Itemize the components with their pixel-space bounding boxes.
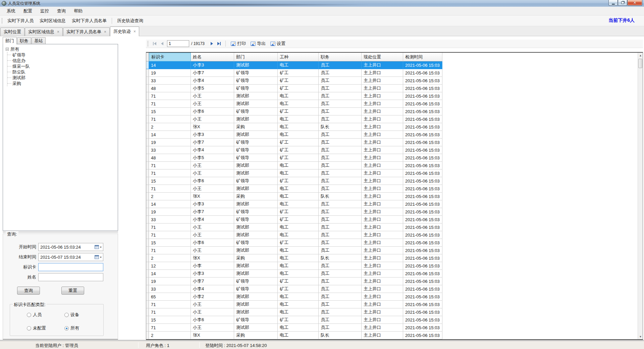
table-row[interactable]: 71小王测试部电工员工主上井口2021-05-06 15:03: [146, 100, 643, 108]
table-row[interactable]: 71小王测试部电工员工主上井口2021-05-06 15:03: [146, 324, 643, 332]
end-time-picker[interactable]: 2021-05-07 15:03:24 ▼: [38, 253, 103, 261]
table-row[interactable]: 48小李5矿领导矿工员工主上井口2021-05-06 15:03: [146, 154, 643, 162]
tab-realtime-miner-list[interactable]: 实时下井人员名单 ×: [63, 28, 110, 36]
tree-node-child[interactable]: 矿领导: [7, 52, 118, 58]
table-row[interactable]: 33小李4矿领导矿工员工主上井口2021-05-06 15:03: [146, 285, 643, 293]
tree-node-all[interactable]: 所有: [6, 46, 118, 52]
menu-item-monitor[interactable]: 监控: [36, 7, 53, 15]
table-row[interactable]: 71小王测试部电工员工主上井口2021-05-06 15:03: [146, 231, 643, 239]
column-header[interactable]: 职务: [319, 53, 362, 61]
table-row[interactable]: 19小李7矿领导矿工员工主上井口2021-05-06 15:03: [146, 69, 643, 77]
settings-button[interactable]: 设置: [268, 40, 288, 47]
next-page-button[interactable]: [208, 40, 215, 47]
maximize-button[interactable]: [618, 0, 627, 6]
column-header[interactable]: 标识卡: [149, 53, 191, 61]
table-row[interactable]: 12小李测试部电工员工主上井口2021-05-06 15:03: [146, 262, 643, 270]
table-row[interactable]: 14小李3测试部电工员工主上井口2021-05-06 15:03: [146, 270, 643, 278]
table-row[interactable]: 19小李7矿领导矿工员工主上井口2021-05-06 15:03: [146, 208, 643, 216]
tree-node-child[interactable]: 测试部: [7, 75, 118, 81]
calendar-icon[interactable]: [95, 255, 99, 259]
scrollbar-thumb[interactable]: [638, 59, 642, 68]
dropdown-arrow-icon[interactable]: ▼: [100, 246, 102, 248]
menu-item-query[interactable]: 查询: [53, 7, 70, 15]
table-row[interactable]: 71小王测试部电工员工主上井口2021-05-06 15:03: [146, 115, 643, 123]
tab-history-track[interactable]: 历史轨迹 ×: [110, 27, 139, 36]
tab-close-icon[interactable]: ×: [57, 30, 59, 34]
table-row[interactable]: 15小李6矿领导矿工员工主上井口2021-05-06 15:03: [146, 177, 643, 185]
reset-button[interactable]: 重置: [61, 287, 84, 295]
toolbar-button-realtime-area[interactable]: 实时区域信息: [37, 16, 69, 26]
pager-grip[interactable]: [147, 41, 149, 47]
sidebar-tab-station[interactable]: 基站: [32, 37, 46, 44]
start-time-picker[interactable]: 2021-05-06 15:03:24 ▼: [38, 243, 103, 251]
column-header[interactable]: 工种: [278, 53, 319, 61]
vertical-scrollbar[interactable]: ▲ ▼: [638, 53, 643, 339]
prev-page-button[interactable]: [158, 40, 166, 47]
table-row[interactable]: 19小李7矿领导矿工员工主上井口2021-05-06 15:03: [146, 139, 643, 146]
export-button[interactable]: 导出: [248, 40, 268, 47]
page-number-input[interactable]: [167, 40, 189, 47]
table-row[interactable]: 71小王测试部电工员工主上井口2021-05-06 15:03: [146, 162, 643, 169]
print-button[interactable]: 打印: [228, 40, 248, 47]
last-page-button[interactable]: [215, 40, 223, 47]
sidebar-tab-department[interactable]: 部门: [3, 37, 17, 44]
menu-item-config[interactable]: 配置: [19, 7, 36, 15]
scroll-down-icon[interactable]: ▼: [638, 334, 643, 339]
table-row[interactable]: 48小李5矿领导矿工员工主上井口2021-05-06 15:03: [146, 85, 643, 92]
toolbar-button-realtime-miners[interactable]: 实时下井人员: [4, 16, 37, 26]
menu-item-help[interactable]: 帮助: [70, 7, 87, 15]
table-row[interactable]: 71小王测试部电工员工主上井口2021-05-06 15:03: [146, 223, 643, 231]
table-row[interactable]: 2张X采购电工队长主上井口2021-05-06 15:03: [146, 193, 643, 200]
card-id-input[interactable]: [38, 263, 103, 271]
radio-person[interactable]: 人员: [27, 312, 42, 318]
column-header[interactable]: 现处位置: [362, 53, 403, 61]
table-row[interactable]: 71小王测试部电工员工主上井口2021-05-06 15:03: [146, 301, 643, 308]
first-page-button[interactable]: [151, 40, 158, 47]
table-row[interactable]: 71小王测试部电工员工主上井口2021-05-06 15:03: [146, 247, 643, 254]
search-button[interactable]: 查询: [17, 287, 40, 295]
tab-realtime-area-info[interactable]: 实时区域信息 ×: [25, 28, 63, 36]
name-input[interactable]: [38, 273, 103, 281]
column-header[interactable]: 姓名: [191, 53, 234, 61]
close-button[interactable]: ✕: [627, 0, 642, 6]
tab-close-icon[interactable]: ×: [133, 30, 136, 34]
table-row[interactable]: 2张X采购电工队长主上井口2021-05-06 15:03: [146, 254, 643, 262]
sidebar-tab-position[interactable]: 职务: [17, 37, 31, 44]
radio-device[interactable]: 设备: [64, 312, 79, 318]
tree-node-child[interactable]: 煤采一队: [7, 63, 118, 69]
table-row[interactable]: 33小李4矿领导矿工员工主上井口2021-05-06 15:03: [146, 216, 643, 223]
column-header[interactable]: 检测时间: [403, 53, 442, 61]
minimize-button[interactable]: [608, 0, 618, 6]
column-header[interactable]: 部门: [234, 53, 278, 61]
tab-close-icon[interactable]: ×: [104, 30, 106, 34]
tab-realtime-position[interactable]: 实时位置: [0, 28, 24, 36]
toolbar-grip[interactable]: [1, 18, 3, 24]
radio-unassigned[interactable]: 未配置: [27, 325, 46, 331]
table-row[interactable]: 65小李2测试部电工员工主上井口2021-05-06 15:03: [146, 293, 643, 301]
table-row[interactable]: 14小李3测试部电工员工主上井口2021-05-06 15:03: [146, 61, 643, 69]
table-row[interactable]: 71小王测试部电工员工主上井口2021-05-06 15:03: [146, 185, 643, 193]
table-row[interactable]: 15小李6矿领导矿工员工主上井口2021-05-06 15:03: [146, 316, 643, 324]
table-row[interactable]: 14小李3测试部电工员工主上井口2021-05-06 15:03: [146, 131, 643, 139]
table-row[interactable]: 33小李4矿领导矿工员工主上井口2021-05-06 15:03: [146, 77, 643, 85]
tree-collapse-icon[interactable]: [6, 48, 9, 51]
toolbar-button-history-track[interactable]: 历史轨迹查询: [114, 16, 146, 26]
panel-splitter[interactable]: [3, 232, 118, 233]
tree-node-child[interactable]: 防尘队: [7, 69, 118, 75]
table-row[interactable]: 2张X采购电工队长主上井口2021-05-06 15:03: [146, 332, 643, 339]
calendar-icon[interactable]: [95, 245, 99, 249]
tree-node-child[interactable]: 采购: [7, 81, 118, 86]
table-row[interactable]: 33小李4矿领导矿工员工主上井口2021-05-06 15:03: [146, 146, 643, 154]
table-row[interactable]: 2张X采购电工队长主上井口2021-05-06 15:03: [146, 123, 643, 131]
dropdown-arrow-icon[interactable]: ▼: [100, 256, 102, 258]
toolbar-button-realtime-list[interactable]: 实时下井人员名单: [69, 16, 110, 26]
table-row[interactable]: 71小王测试部电工员工主上井口2021-05-06 15:03: [146, 169, 643, 177]
table-row[interactable]: 71小王测试部电工员工主上井口2021-05-06 15:03: [146, 308, 643, 316]
menu-item-system[interactable]: 系统: [3, 7, 19, 15]
table-row[interactable]: 71小王测试部电工员工主上井口2021-05-06 15:03: [146, 92, 643, 100]
tree-node-child[interactable]: 信息办: [7, 58, 118, 63]
radio-all[interactable]: 所有: [64, 325, 79, 331]
table-row[interactable]: 15小李6矿领导矿工员工主上井口2021-05-06 15:03: [146, 239, 643, 247]
table-row[interactable]: 15小李6矿领导矿工员工主上井口2021-05-06 15:03: [146, 108, 643, 115]
scroll-up-icon[interactable]: ▲: [638, 53, 643, 58]
